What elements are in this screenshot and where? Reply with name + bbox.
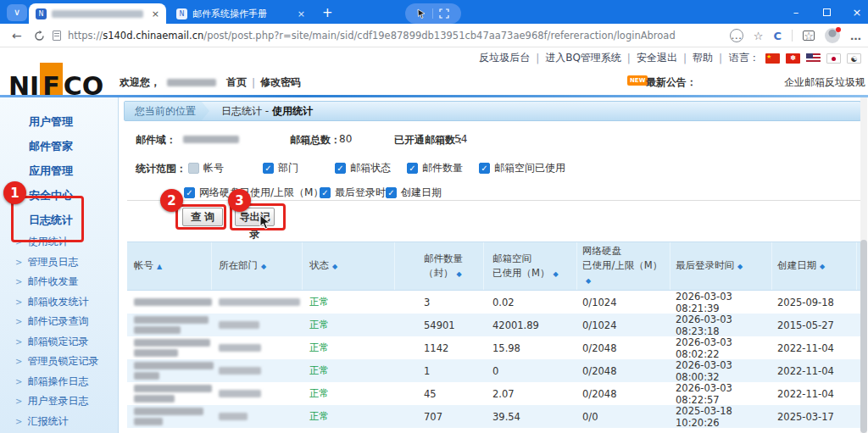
sidebar-item-管理员锁定记录[interactable]: >管理员锁定记录 [0,352,118,372]
sidebar-item-邮箱收发统计[interactable]: >邮箱收发统计 [0,292,118,313]
column-header-text: 已使用/上限（M）◆ [582,258,670,288]
flag-japan-icon[interactable] [826,53,841,64]
settings-ellipsis-icon[interactable]: … [850,30,861,42]
column-header[interactable]: 帐号▲ [127,242,212,290]
sort-icon[interactable]: ▲ [157,263,162,270]
announcement-label: 最新公告： [646,75,697,88]
profile-avatar[interactable] [825,28,840,43]
sidebar-item-邮件管家[interactable]: 邮件管家 [0,134,118,158]
column-header[interactable]: 所在部门◆ [212,242,303,290]
filter-option: ✓创建日期 [386,186,442,200]
annotation-step-3: 3 [228,189,251,212]
maximize-icon[interactable] [821,6,832,19]
sort-icon[interactable]: ◆ [586,277,591,285]
page-scrollbar[interactable] [860,97,867,433]
sidebar-item-邮件记录查询[interactable]: >邮件记录查询 [0,312,118,332]
table-body: 正常30.020/10242026-03-03 08:21:392025-09-… [127,291,861,433]
flag-china-icon[interactable]: ★ [765,53,780,64]
table-row[interactable]: 正常452.070/20482026-03-03 08:22:572022-11… [127,382,861,405]
table-row[interactable]: 正常114215.980/20482026-03-03 08:02:222022… [127,336,861,359]
top-links: 反垃圾后台|进入BQ管理系统|安全退出|帮助|语言：★✽☯ [475,51,861,65]
back-icon[interactable]: ← [12,29,22,42]
top-link[interactable]: 帮助 [693,51,713,65]
browser-tab-manual[interactable]: N 邮件系统操作手册 × [170,3,312,24]
top-link[interactable]: 进入BQ管理系统 [545,51,621,65]
mail-count-cell: 45 [395,382,484,405]
sidebar-item-用户登录日志[interactable]: >用户登录日志 [0,391,118,412]
top-link[interactable]: 反垃圾后台 [479,51,530,65]
filter-option: ✓最后登录时间 [320,186,396,200]
minimize-icon[interactable]: – [790,6,802,19]
sort-icon[interactable]: ◆ [820,263,825,270]
sidebar-item-label: 邮件管家 [29,139,73,154]
account-cell [127,428,212,433]
sort-icon[interactable]: ◆ [332,263,337,270]
sort-icon[interactable]: ◆ [737,263,743,270]
change-password-link[interactable]: 修改密码 [260,75,301,90]
table-row[interactable]: 正常70739.540/02025-03-18 10:20:262025-03-… [127,405,861,428]
column-header[interactable]: 最后登录时间◆ [670,242,772,290]
sidebar-item-邮件收发量[interactable]: >邮件收发量 [0,272,118,292]
sort-icon[interactable]: ◆ [261,263,266,270]
new-tab-button[interactable]: + [322,5,333,20]
flag-korea-icon[interactable]: ☯ [847,53,861,64]
sidebar-item-应用管理[interactable]: 应用管理 [0,158,118,183]
scrollbar-thumb[interactable] [860,240,867,433]
redacted-department [219,321,259,329]
checkbox[interactable]: ✓ [320,187,331,198]
flag-hongkong-icon[interactable]: ✽ [786,53,800,64]
column-header[interactable]: 创建日期◆ [772,242,857,290]
checkbox[interactable]: ✓ [184,187,195,198]
sidebar-item-用户管理[interactable]: 用户管理 [0,109,118,134]
url-field[interactable]: https://s140d.chinaemail.cn/post/post.ph… [53,27,722,44]
tab-search-button[interactable]: ∨ [7,4,27,21]
column-header[interactable]: 邮箱空间已使用（M）◆ [484,242,577,290]
collections-icon[interactable]: ☆ [803,31,815,41]
column-header[interactable]: 状态◆ [303,242,395,290]
filter-row1: 帐号✓部门✓邮箱状态✓邮件数量✓邮箱空间已使用 [188,161,663,175]
breadcrumb-section[interactable]: 日志统计 [221,105,262,117]
checkbox[interactable]: ✓ [263,163,274,174]
announcement-bar: NEW 最新公告： 企业邮箱反垃圾规 [627,75,866,88]
checkbox[interactable]: ✓ [479,163,490,174]
flag-usa-icon[interactable] [806,53,821,64]
reader-mode-icon[interactable]: … [730,29,743,42]
home-link[interactable]: 首页 [226,75,247,90]
top-link[interactable]: 安全退出 [637,51,677,65]
column-header[interactable]: 网络硬盘已使用/上限（M）◆ [577,242,670,290]
close-window-icon[interactable]: × [851,6,863,19]
last-login-cell: 2026-03-03 08:22:57 [670,382,772,405]
browser-tab-current[interactable]: N × [29,3,166,24]
copilot-icon[interactable]: C [773,30,782,42]
sidebar-item-管理员日志[interactable]: >管理员日志 [0,253,118,273]
space-used-cell: 42001.89 [484,314,577,336]
sort-icon[interactable]: ◆ [457,270,462,278]
announcement-text[interactable]: 企业邮箱反垃圾规 [784,75,865,88]
sidebar-item-汇报统计[interactable]: >汇报统计 [0,412,118,432]
site-info-icon[interactable] [53,31,61,41]
checkbox-label: 邮件数量 [422,161,463,175]
status-cell: 正常 [303,428,395,433]
table-row[interactable]: 正常 [127,428,861,433]
status-cell: 正常 [303,382,395,405]
space-used-cell: 39.54 [484,405,577,428]
reload-icon[interactable] [34,31,45,42]
table-row[interactable]: 正常5490142001.890/10242026-03-03 08:23:18… [127,314,861,336]
sidebar-item-邮箱操作日志[interactable]: >邮箱操作日志 [0,372,118,392]
table-row[interactable]: 正常30.020/10242026-03-03 08:21:392025-09-… [127,291,861,314]
close-tab-icon[interactable]: × [298,8,305,19]
checkbox[interactable]: ✓ [335,163,346,174]
sidebar-item-邮箱锁定记录[interactable]: >邮箱锁定记录 [0,332,118,353]
checkbox[interactable] [188,163,199,174]
sort-icon[interactable]: ◆ [553,270,558,278]
checkbox[interactable]: ✓ [407,163,418,174]
close-tab-icon[interactable]: × [152,8,159,19]
table-row[interactable]: 正常100/20482026-03-03 08:00:322022-11-04 [127,359,861,382]
redacted-account [134,408,203,415]
favorite-star-icon[interactable]: ☆ [754,30,764,42]
mail-count-cell: 3 [395,291,484,314]
checkbox[interactable]: ✓ [386,187,397,198]
mouse-cursor-icon [259,214,271,230]
screen-share-pill[interactable] [405,3,461,24]
column-header[interactable]: 邮件数量（封）◆ [395,242,484,290]
